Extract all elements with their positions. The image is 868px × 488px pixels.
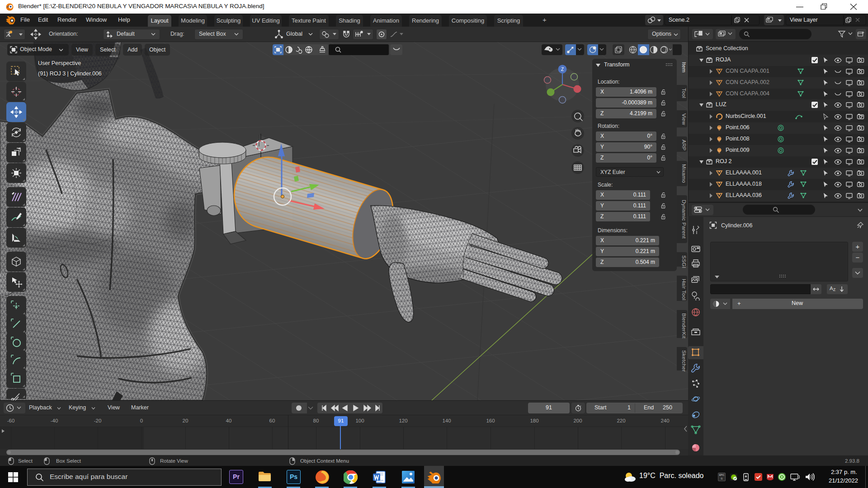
svg-text:Z: Z [561,67,564,72]
